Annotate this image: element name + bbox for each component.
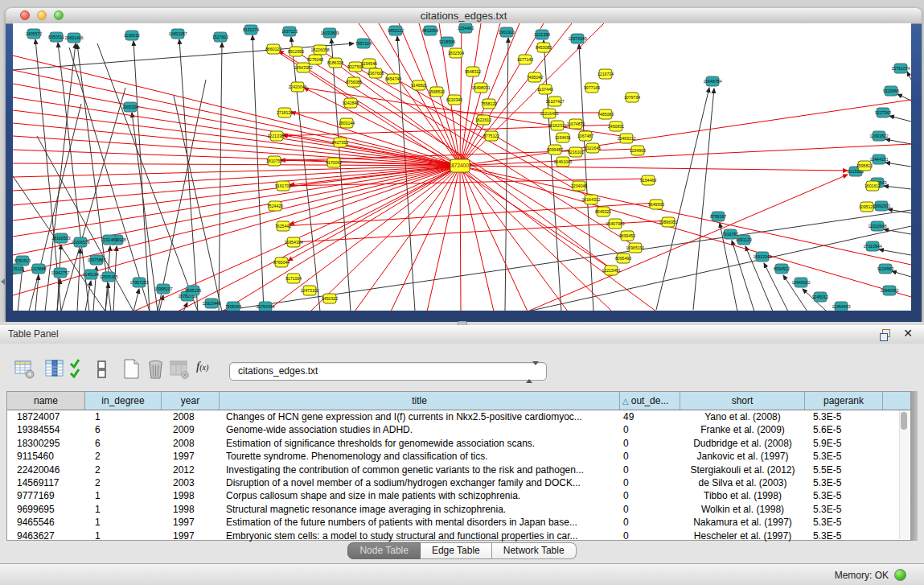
network-node[interactable]: 8350511 <box>48 32 64 42</box>
network-node[interactable]: 10945022 <box>791 278 810 287</box>
network-node[interactable]: 15498031 <box>471 83 490 93</box>
select-columns-check-icon[interactable] <box>68 358 91 381</box>
table-cell[interactable]: 1 <box>85 410 162 423</box>
network-node[interactable]: 1115688 <box>31 264 47 274</box>
network-node[interactable]: 1254493 <box>458 23 474 33</box>
network-node[interactable]: 1622612 <box>475 115 491 125</box>
network-node[interactable]: 8765044 <box>273 257 290 267</box>
network-node[interactable]: 12215491 <box>602 266 620 275</box>
network-node[interactable]: 9077149 <box>584 83 600 93</box>
table-cell[interactable]: 2008 <box>162 437 220 450</box>
network-node[interactable]: 16107427 <box>545 97 564 106</box>
network-node[interactable]: 12454433 <box>832 302 850 311</box>
table-cell[interactable]: Investigating the contribution of common… <box>220 463 620 476</box>
network-node[interactable]: 8912955 <box>288 47 304 56</box>
network-node[interactable]: 10965191 <box>626 243 644 253</box>
network-node[interactable]: 8216101 <box>568 147 584 157</box>
table-cell[interactable]: Changes of HCN gene expression and I(f) … <box>220 410 620 423</box>
delete-trash-icon[interactable] <box>145 358 167 381</box>
network-node[interactable]: 10653287 <box>168 29 187 39</box>
table-cell[interactable]: Estimation of the future numbers of pati… <box>220 516 620 529</box>
table-cell[interactable]: 5.3E-5 <box>805 529 883 542</box>
left-panel-collapse-icon[interactable] <box>1 278 5 285</box>
column-header-in_degree[interactable]: in_degree <box>85 392 162 410</box>
table-cell[interactable]: Yano et al. (2008) <box>680 410 805 423</box>
network-node[interactable]: 8454749 <box>385 74 401 84</box>
table-cell[interactable]: 1 <box>85 489 162 502</box>
network-node[interactable]: 12473102 <box>300 286 318 295</box>
network-node[interactable]: 9450122 <box>388 26 404 35</box>
table-cell[interactable]: 0 <box>620 476 680 489</box>
network-node[interactable]: 1145194 <box>83 270 99 279</box>
network-node[interactable]: 1079734 <box>624 93 640 102</box>
network-node[interactable]: 17310544 <box>863 241 881 251</box>
table-cell[interactable]: Dudbridge et al. (2008) <box>680 437 805 450</box>
table-cell[interactable]: 9115460 <box>7 450 85 463</box>
network-node[interactable]: 10958107 <box>154 284 172 294</box>
network-node[interactable]: 22420046 <box>288 82 306 92</box>
tab-edge-table[interactable]: Edge Table <box>421 542 492 559</box>
table-cell[interactable]: Nakamura et al. (1997) <box>680 516 805 529</box>
network-node[interactable]: 9091123 <box>736 235 752 245</box>
network-node[interactable]: 8453083 <box>536 43 552 52</box>
network-node[interactable]: 2204046 <box>571 181 587 191</box>
network-node[interactable]: 1221398 <box>534 30 550 39</box>
network-node[interactable]: 9329966 <box>883 86 899 96</box>
table-cell[interactable]: 49 <box>620 410 680 423</box>
network-node[interactable]: 12974349 <box>568 34 586 43</box>
network-node[interactable]: 20691406 <box>64 33 83 43</box>
table-selector-dropdown[interactable]: citations_edges.txt <box>229 362 547 381</box>
network-node[interactable]: 9227343 <box>875 108 891 117</box>
network-node[interactable]: 2718126 <box>277 108 293 117</box>
network-node[interactable]: 9161703 <box>275 181 291 191</box>
network-node[interactable]: 10940452 <box>880 286 898 295</box>
network-node[interactable]: 8660123 <box>265 44 281 54</box>
float-window-icon[interactable] <box>880 329 890 340</box>
network-node[interactable]: 7485083 <box>598 109 614 119</box>
table-cell[interactable]: 2012 <box>162 463 220 476</box>
table-cell[interactable]: 0 <box>620 450 680 463</box>
network-node[interactable]: 7505044 <box>225 302 241 311</box>
table-cell[interactable]: 0 <box>620 463 680 476</box>
table-row[interactable]: 1938455462009Genome-wide association stu… <box>7 423 910 436</box>
new-document-icon[interactable] <box>121 358 143 381</box>
network-node[interactable]: 1832504 <box>448 48 464 58</box>
network-node[interactable]: 16164312 <box>581 195 600 204</box>
network-node[interactable]: 9505135 <box>185 286 201 295</box>
row-height-icon[interactable] <box>92 358 114 381</box>
table-cell[interactable]: 2 <box>85 476 162 489</box>
table-cell[interactable]: 0 <box>620 516 680 529</box>
table-row[interactable]: 946362711997Embryonic stem cells: a mode… <box>7 529 910 542</box>
network-node[interactable]: 8099487 <box>547 145 563 154</box>
network-node[interactable]: 9146821 <box>411 80 427 90</box>
network-node[interactable]: 1810755 <box>266 156 282 166</box>
table-cell[interactable]: Hescheler et al. (1997) <box>680 529 805 542</box>
network-node[interactable]: 9450322 <box>322 294 338 303</box>
table-cell[interactable]: 0 <box>620 437 680 450</box>
table-cell[interactable]: 1 <box>85 516 162 529</box>
network-node[interactable]: 9699453 <box>619 231 635 241</box>
network-node[interactable]: 10975887 <box>87 255 105 265</box>
network-node[interactable]: 15493212 <box>617 134 635 143</box>
table-row[interactable]: 1872400712008Changes of HCN gene express… <box>7 410 910 423</box>
table-row[interactable]: 1456911722003Disruption of a novel membe… <box>7 476 910 489</box>
column-header-short[interactable]: short <box>680 392 805 410</box>
table-cell[interactable]: 6 <box>85 423 162 436</box>
column-header-name[interactable]: name <box>7 392 85 410</box>
table-cell[interactable]: 9777169 <box>7 489 85 502</box>
scrollbar-thumb[interactable] <box>901 412 907 430</box>
table-cell[interactable]: 9463627 <box>7 529 85 542</box>
table-cell[interactable]: 2 <box>85 450 162 463</box>
network-node[interactable]: 16754394 <box>256 302 274 311</box>
network-node[interactable]: 1219734 <box>598 69 614 79</box>
network-node[interactable]: 2367608 <box>368 68 384 78</box>
table-cell[interactable]: Estimation of significance thresholds fo… <box>220 437 620 450</box>
network-node[interactable]: 3915123 <box>13 264 24 274</box>
network-node[interactable]: 16033809 <box>320 28 339 38</box>
network-node[interactable]: 9171004 <box>285 274 302 283</box>
table-cell[interactable]: 0 <box>620 423 680 436</box>
network-node[interactable]: 1595812 <box>856 161 873 171</box>
citation-network-graph[interactable]: 2405572835051120691406110653210653287152… <box>13 23 911 311</box>
network-node[interactable]: 8813054 <box>422 26 438 35</box>
network-window-titlebar[interactable]: citations_edges.txt <box>6 8 922 24</box>
